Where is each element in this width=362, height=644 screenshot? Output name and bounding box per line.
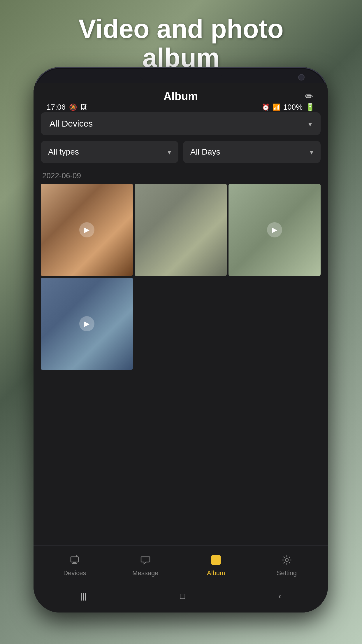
time-display: 17:06 [47,103,66,112]
phone-camera [298,74,305,80]
image-icon: 🖼 [80,104,87,111]
phone-notch [140,72,222,80]
svg-rect-1 [73,562,76,563]
nav-item-setting[interactable]: Setting [252,552,322,577]
message-nav-icon [138,552,153,568]
battery-label: 100% [283,103,303,112]
nav-item-message[interactable]: Message [110,552,181,577]
album-nav-icon [208,552,224,568]
play-button-3[interactable]: ▶ [267,222,282,237]
system-nav-bar: ||| □ ‹ [34,586,328,607]
svg-rect-6 [216,557,219,560]
date-section-label: 2022-06-09 [34,166,328,184]
wifi-icon: 📶 [273,104,280,111]
setting-nav-icon [279,552,294,568]
play-button-4[interactable]: ▶ [79,316,94,331]
message-nav-label: Message [132,569,158,577]
svg-rect-8 [216,560,219,563]
nav-item-devices[interactable]: Devices [39,552,110,577]
status-left: 17:06 🔕 🖼 [47,103,87,112]
types-chevron-icon [168,147,171,157]
svg-rect-2 [72,563,77,564]
photo-item-3[interactable]: ▶ [229,184,321,276]
home-button[interactable]: □ [180,592,185,601]
types-dropdown[interactable]: All types [41,141,178,163]
devices-dropdown[interactable]: All Devices [41,112,321,135]
photo-grid: ▶ ▶ ▶ [34,184,328,370]
photo-item-4[interactable]: ▶ [41,278,133,370]
devices-nav-label: Devices [63,569,86,577]
days-chevron-icon [310,147,313,157]
album-nav-label: Album [207,569,225,577]
phone-frame: 17:06 🔕 🖼 ⏰ 📶 100% 🔋 Album ✏ All Devices [34,67,328,612]
days-dropdown-label: All Days [190,147,220,157]
status-right: ⏰ 📶 100% 🔋 [262,103,315,112]
photo-item-2[interactable] [135,184,227,276]
silent-icon: 🔕 [69,104,77,111]
devices-nav-icon [67,552,82,568]
svg-rect-0 [71,557,78,562]
play-button-1[interactable]: ▶ [79,222,94,237]
types-days-filter-row: All types All Days [34,138,328,166]
types-dropdown-label: All types [48,147,79,157]
bottom-nav: Devices Message [34,545,328,583]
svg-rect-5 [213,557,216,560]
back-button[interactable]: ‹ [278,592,281,601]
alarm-icon: ⏰ [262,104,270,111]
setting-nav-label: Setting [277,569,297,577]
battery-icon: 🔋 [305,103,315,112]
photo-item-1[interactable]: ▶ [41,184,133,276]
svg-rect-7 [213,560,216,563]
recents-button[interactable]: ||| [80,592,87,601]
status-bar: 17:06 🔕 🖼 ⏰ 📶 100% 🔋 [34,99,328,115]
devices-dropdown-label: All Devices [50,119,93,129]
hero-title: Video and photo album [0,15,362,72]
svg-point-9 [285,559,288,561]
days-dropdown[interactable]: All Days [183,141,321,163]
svg-rect-4 [211,555,221,565]
nav-item-album[interactable]: Album [181,552,252,577]
screen: 17:06 🔕 🖼 ⏰ 📶 100% 🔋 Album ✏ All Devices [34,83,328,612]
svg-point-3 [76,555,78,557]
devices-chevron-icon [308,119,312,129]
